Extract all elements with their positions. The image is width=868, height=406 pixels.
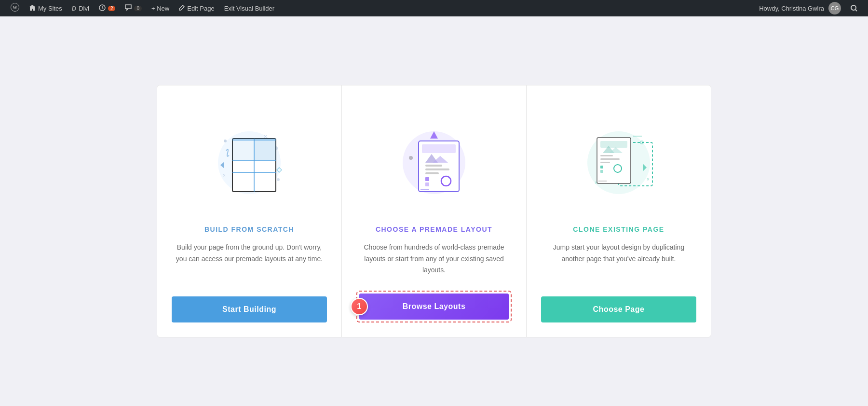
- clone-title: CLONE EXISTING PAGE: [573, 225, 664, 233]
- pencil-icon: [179, 5, 185, 12]
- comments-icon: [125, 4, 132, 12]
- svg-rect-52: [600, 158, 620, 160]
- svg-rect-34: [425, 168, 449, 170]
- cards-wrapper: × ×: [157, 85, 711, 337]
- comments-button[interactable]: 0: [120, 0, 147, 16]
- card-clone: × ×: [526, 85, 711, 337]
- new-label: + New: [151, 5, 169, 12]
- card-scratch: × ×: [157, 85, 342, 337]
- browse-layouts-button[interactable]: 1 Browse Layouts: [359, 294, 509, 320]
- scratch-illustration: × ×: [196, 105, 302, 211]
- svg-point-25: [409, 156, 413, 160]
- browse-badge: 1: [351, 298, 368, 315]
- my-sites-button[interactable]: My Sites: [24, 0, 67, 16]
- clone-illustration: × ×: [566, 105, 672, 211]
- svg-rect-55: [600, 170, 603, 173]
- premade-illustration: × –: [381, 105, 487, 211]
- divi-label: Divi: [79, 5, 89, 12]
- svg-line-4: [855, 10, 857, 11]
- search-button[interactable]: [846, 0, 862, 16]
- svg-rect-21: [232, 139, 254, 160]
- browse-btn-wrapper: 1 Browse Layouts: [356, 291, 512, 322]
- divi-button[interactable]: D Divi: [67, 0, 94, 16]
- svg-rect-36: [425, 177, 429, 181]
- svg-point-3: [851, 5, 856, 10]
- edit-page-label: Edit Page: [187, 5, 214, 12]
- start-building-button[interactable]: Start Building: [172, 296, 327, 322]
- choose-page-button[interactable]: Choose Page: [541, 296, 696, 322]
- home-icon: [29, 5, 36, 12]
- svg-text:×: ×: [647, 177, 650, 182]
- user-greeting[interactable]: Howdy, Christina Gwira CG: [754, 0, 846, 16]
- updates-icon: [99, 4, 106, 13]
- premade-desc: Choose from hundreds of world-class prem…: [356, 242, 512, 276]
- exit-vb-label: Exit Visual Builder: [224, 5, 275, 12]
- svg-point-6: [224, 140, 227, 142]
- svg-rect-37: [425, 182, 429, 186]
- svg-rect-33: [425, 165, 442, 167]
- edit-page-button[interactable]: Edit Page: [174, 0, 219, 16]
- my-sites-label: My Sites: [38, 5, 62, 12]
- svg-rect-30: [422, 144, 456, 153]
- divi-icon: D: [72, 5, 76, 12]
- svg-rect-35: [425, 172, 439, 174]
- scratch-title: BUILD FROM SCRATCH: [204, 225, 294, 233]
- scratch-desc: Build your page from the ground up. Don'…: [172, 242, 327, 282]
- svg-point-8: [277, 178, 280, 181]
- svg-rect-53: [600, 162, 610, 163]
- browse-btn-outer: 1 Browse Layouts: [356, 291, 512, 322]
- clone-desc: Jump start your layout design by duplica…: [541, 242, 696, 282]
- browse-label: Browse Layouts: [403, 302, 466, 311]
- svg-rect-51: [600, 155, 613, 156]
- comments-count: 0: [134, 6, 142, 11]
- admin-bar: W My Sites D Divi 2 0 + New Edit Page E: [0, 0, 868, 16]
- user-avatar: CG: [828, 2, 841, 14]
- svg-text:W: W: [13, 5, 17, 10]
- premade-title: CHOOSE A PREMADE LAYOUT: [376, 225, 492, 233]
- card-premade: × –: [342, 85, 526, 337]
- svg-text:×: ×: [223, 173, 226, 178]
- svg-rect-20: [254, 139, 276, 160]
- new-content-button[interactable]: + New: [147, 0, 174, 16]
- main-content: × ×: [0, 16, 868, 406]
- user-greeting-text: Howdy, Christina Gwira: [759, 5, 824, 12]
- svg-rect-54: [600, 166, 603, 168]
- svg-rect-48: [600, 141, 627, 148]
- wp-logo-button[interactable]: W: [6, 0, 24, 16]
- updates-button[interactable]: 2: [94, 0, 121, 16]
- svg-rect-22: [232, 139, 276, 141]
- exit-vb-button[interactable]: Exit Visual Builder: [219, 0, 280, 16]
- wp-icon: W: [11, 3, 19, 14]
- updates-count: 2: [108, 6, 116, 11]
- admin-bar-right: Howdy, Christina Gwira CG: [754, 0, 862, 16]
